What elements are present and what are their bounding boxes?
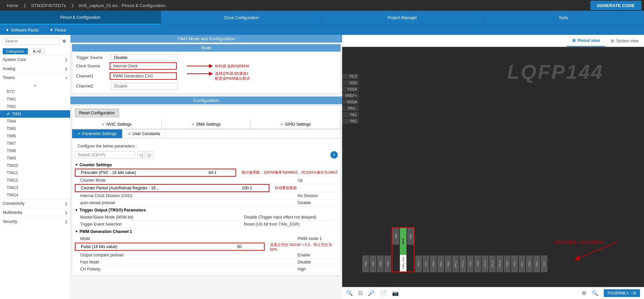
pin-box-vss3[interactable]: VSS — [541, 255, 547, 272]
pin-box-pe8[interactable]: PE8 — [526, 255, 533, 272]
pin-box-pb2[interactable]: PB2 — [445, 255, 451, 272]
pin-box-pf15[interactable]: PF15 — [496, 255, 503, 272]
tab-pinout-view[interactable]: ⊞ Pinout view — [567, 35, 605, 47]
home-link[interactable]: Home — [3, 0, 22, 11]
tab-nvic-settings[interactable]: ✔ NVIC Settings — [72, 120, 162, 129]
pwm-channel-header[interactable]: ▼ PWM Generation Channel 1 — [75, 228, 338, 235]
pin-box-pf13[interactable]: PF13 — [482, 255, 488, 272]
software-packs-btn[interactable]: ▼ Software Packs — [0, 25, 44, 35]
pin-box-pa4[interactable]: PA4 — [384, 255, 391, 272]
sidebar-item-tim8[interactable]: TIM8 — [0, 147, 70, 155]
pin-box-vdd3[interactable]: VDD — [474, 255, 481, 272]
tab-pinout[interactable]: Pinout & Configuration — [0, 11, 161, 25]
channel1-value[interactable]: PWM Generation CH1 — [110, 72, 177, 80]
sidebar-item-analog[interactable]: Analog ❯ — [0, 64, 70, 73]
tab-categories[interactable]: Categories — [3, 48, 28, 54]
pin-box-vss[interactable]: VSS — [370, 255, 376, 272]
sidebar-item-tim1[interactable]: TIM1 — [0, 96, 70, 103]
dropdown-icon-2: ▼ — [49, 28, 53, 33]
sidebar-item-tim14[interactable]: TIM14 — [0, 191, 70, 199]
chip-area: LQFP144 PC3 VDD VSSA VREF+ VDDA PA0-. PA… — [342, 47, 644, 299]
tab-dma-settings[interactable]: ✔ DMA Settings — [162, 120, 251, 129]
search-input[interactable] — [3, 38, 59, 45]
pin-box-pb0[interactable]: PB0 — [430, 255, 437, 272]
ime-button[interactable]: 开始搜狗输入（双 — [604, 289, 640, 297]
generate-code-button[interactable]: GENERATE CODE — [590, 1, 641, 10]
pin-box-pe7[interactable]: PE7 — [519, 255, 525, 272]
pin-box-pg0[interactable]: PG0 — [504, 255, 511, 272]
sidebar-item-tim6[interactable]: TIM6 — [0, 132, 70, 140]
sidebar-item-tim3[interactable]: ✔ TIM3 — [0, 110, 70, 118]
channel2-value[interactable]: Disable — [111, 83, 178, 89]
pin-box-pc5[interactable]: PC5 — [423, 255, 429, 272]
pin-box-pc4[interactable]: PC4 — [415, 255, 422, 272]
configure-text: Configure the below parameters : — [75, 141, 338, 151]
sidebar-item-tim4[interactable]: TIM4 — [0, 118, 70, 125]
tab-parameter-settings[interactable]: ✔ Parameter Settings — [72, 129, 122, 138]
sidebar-item-timers[interactable]: Timers ▾ — [0, 73, 70, 82]
right-panel: ⊞ Pinout view ⊞ System view LQFP144 PC3 … — [342, 35, 644, 299]
tab-user-constants[interactable]: ✔ User Constants — [122, 129, 166, 138]
tab-tools[interactable]: Tools — [483, 11, 644, 25]
pin-box-pa3[interactable]: PA3 — [362, 255, 369, 272]
sidebar-item-connectivity[interactable]: Connectivity ❯ — [0, 199, 70, 208]
param-search-input[interactable] — [75, 151, 135, 159]
pin-box-pf14[interactable]: PF14 — [489, 255, 496, 272]
pin-box-pa5[interactable]: PA5 — [392, 228, 399, 245]
system-icon: ⊞ — [611, 39, 614, 43]
sidebar-item-tim5[interactable]: TIM5 — [0, 125, 70, 132]
file-link[interactable]: tim5_capture_01.ioc - Pinout & Configura… — [75, 0, 170, 11]
ckd-row: Internal Clock Division (CKD) No Divisio… — [75, 192, 338, 199]
chevron-icon-2: ❯ — [71, 3, 74, 8]
project-link[interactable]: STM32F407ZGTx — [27, 0, 70, 11]
settings-icon[interactable]: ⚙ — [582, 290, 586, 296]
fit-screen-icon[interactable]: ⊡ — [358, 290, 363, 296]
pin-box-vdd2[interactable]: VDD — [377, 255, 384, 272]
search-next-icon[interactable]: ▷ — [146, 151, 153, 159]
pin-box-pa6-tim3[interactable]: PA6 — [400, 228, 407, 255]
search-icon-bottom[interactable]: 🔍 — [592, 290, 598, 296]
tab-clock[interactable]: Clock Configuration — [161, 11, 322, 25]
trigger-source-value: Disable — [111, 54, 178, 61]
zoom-out-icon[interactable]: 🔎 — [368, 290, 375, 296]
camera-icon[interactable]: 📷 — [392, 290, 399, 296]
pin-box-pf12[interactable]: PF12 — [460, 255, 466, 272]
tab-gpio-settings[interactable]: ✔ GPIO Settings — [251, 120, 340, 129]
reset-config-button[interactable]: Reset Configuration — [75, 109, 119, 117]
gear-icon[interactable]: ⚙ — [61, 38, 67, 45]
sidebar-item-tim13[interactable]: TIM13 — [0, 184, 70, 191]
sidebar-item-tim12[interactable]: TIM12 — [0, 177, 70, 184]
pin-box-pe9[interactable]: PE9 — [533, 255, 540, 272]
search-prev-icon[interactable]: ◁ — [137, 151, 145, 159]
chip-view-tabs: ⊞ Pinout view ⊞ System view — [342, 35, 644, 47]
trigger-event-row: Trigger Event Selection Reset (UG bit fr… — [75, 221, 338, 228]
sidebar-item-tim9[interactable]: TIM9 — [0, 155, 70, 162]
chevron-icon: ❯ — [65, 67, 67, 71]
document-icon[interactable]: 📄 — [380, 290, 387, 296]
zoom-in-icon[interactable]: 🔍 — [346, 290, 353, 296]
subtoolbar: ▼ Software Packs ▼ Pinout — [0, 25, 644, 35]
sidebar-item-rtc[interactable]: RTC — [0, 88, 70, 96]
counter-settings-header[interactable]: ▼ Counter Settings — [75, 161, 338, 169]
pin-pa2: PA2 — [342, 118, 359, 124]
pinout-btn[interactable]: ▼ Pinout — [44, 25, 71, 35]
pin-box-pb1[interactable]: PB1 — [437, 255, 444, 272]
pin-box-pg1[interactable]: PG1 — [511, 255, 518, 272]
clock-source-value[interactable]: Internal Clock — [110, 62, 177, 70]
sidebar-item-tim10[interactable]: TIM10 — [0, 162, 70, 169]
tab-az[interactable]: A->Z — [29, 48, 45, 54]
tab-project[interactable]: Project Manager — [322, 11, 483, 25]
sidebar-item-tim11[interactable]: TIM11 — [0, 169, 70, 177]
sidebar-item-system-core[interactable]: System Core ❯ — [0, 55, 70, 64]
info-icon[interactable]: i — [330, 151, 338, 159]
pin-box-pf11[interactable]: PF11 — [452, 255, 459, 272]
sidebar-item-security[interactable]: Security ❯ — [0, 217, 70, 226]
sidebar-item-tim7[interactable]: TIM7 — [0, 140, 70, 147]
scroll-up-arrow[interactable]: ▲ — [0, 82, 70, 88]
sidebar-item-tim2[interactable]: TIM2 — [0, 103, 70, 110]
tab-system-view[interactable]: ⊞ System view — [605, 35, 644, 47]
pin-box-vss2[interactable]: VSS — [467, 255, 474, 272]
pin-box-pa7[interactable]: PA7 — [407, 228, 414, 245]
sidebar-item-multimedia[interactable]: Multimedia ❯ — [0, 208, 70, 217]
trigger-output-header[interactable]: ▼ Trigger Output (TRGO) Parameters — [75, 206, 338, 214]
